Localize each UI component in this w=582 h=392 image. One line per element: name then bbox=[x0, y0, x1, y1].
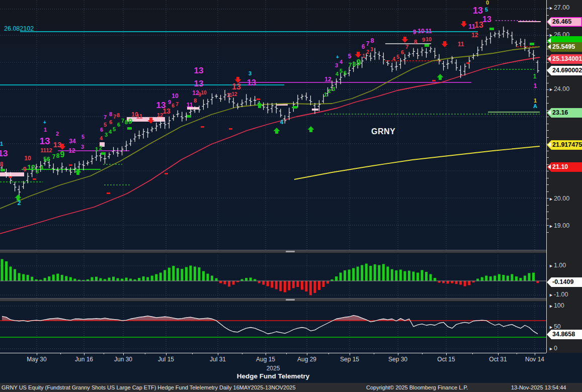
minor-tick bbox=[547, 29, 549, 29]
macd-histogram-bar bbox=[438, 281, 441, 283]
macd-histogram-bar bbox=[10, 267, 12, 281]
price-bar bbox=[528, 48, 531, 57]
macd-histogram-bar bbox=[528, 273, 530, 281]
count-annotation: + bbox=[43, 120, 46, 125]
count-annotation: 9 bbox=[168, 99, 171, 105]
minor-tick bbox=[547, 76, 549, 76]
tick-mark bbox=[218, 353, 218, 355]
count-annotation: 12 bbox=[471, 32, 478, 39]
count-annotation: 12 bbox=[324, 76, 331, 83]
tick-arrow-icon: ► bbox=[549, 346, 553, 351]
minor-tick bbox=[547, 171, 549, 171]
count-annotation: 3 bbox=[36, 168, 39, 174]
price-bar bbox=[421, 47, 424, 56]
macd-histogram-bar bbox=[189, 265, 192, 281]
tick-mark bbox=[498, 353, 498, 355]
count-annotation: 6 bbox=[109, 119, 112, 125]
price-bar bbox=[455, 59, 458, 70]
macd-histogram-bar bbox=[142, 276, 145, 281]
price-bar bbox=[536, 60, 539, 73]
tick-mark bbox=[123, 353, 124, 355]
count-annotation: 34 bbox=[69, 138, 76, 145]
badge-chevron-icon bbox=[548, 56, 551, 61]
price-bar bbox=[502, 27, 505, 38]
minor-tick bbox=[547, 219, 549, 219]
price-bar bbox=[249, 97, 252, 106]
macd-histogram-bar bbox=[155, 274, 157, 281]
macd-histogram-bar bbox=[44, 278, 46, 281]
count-annotation: 6 bbox=[344, 70, 347, 76]
macd-histogram-bar bbox=[129, 279, 132, 281]
count-annotation: 9 bbox=[413, 29, 417, 36]
minor-tick bbox=[547, 15, 549, 16]
macd-histogram-bar bbox=[391, 269, 393, 281]
macd-histogram-bar bbox=[181, 269, 183, 281]
axis-label: ►1.00 bbox=[549, 262, 566, 269]
count-annotation: 10 bbox=[418, 28, 425, 35]
macd-histogram-bar bbox=[172, 266, 175, 281]
macd-histogram-bar bbox=[378, 265, 380, 281]
count-annotation: 13 bbox=[194, 79, 204, 88]
price-bar bbox=[446, 59, 449, 69]
count-annotation: 11 bbox=[136, 113, 143, 120]
price-bar bbox=[52, 163, 55, 173]
macd-histogram-bar bbox=[202, 271, 205, 281]
sell-arrow-icon bbox=[355, 52, 362, 58]
panel-divider-handle[interactable] bbox=[286, 299, 295, 301]
macd-histogram-bar bbox=[27, 275, 29, 281]
price-bar bbox=[65, 167, 68, 172]
minor-tick bbox=[328, 353, 329, 354]
price-axis[interactable]: ►27.00►26.00►24.00►20.00►19.00►1.00►-1.0… bbox=[546, 0, 582, 353]
axis-label: ►20.00 bbox=[549, 195, 569, 202]
count-annotation: 7 bbox=[405, 44, 408, 50]
count-annotation: 9 bbox=[422, 37, 425, 43]
price-bar bbox=[56, 167, 59, 175]
macd-histogram-bar bbox=[228, 281, 230, 286]
chart-plot-svg: 113821091234+121313345311125678912124634… bbox=[0, 0, 546, 383]
count-annotation: 1 bbox=[44, 127, 47, 133]
price-bar bbox=[172, 115, 175, 121]
count-annotation: 7 bbox=[176, 102, 179, 107]
date-tick-label: Sep 15 bbox=[340, 356, 359, 363]
macd-histogram-bar bbox=[108, 277, 111, 281]
macd-histogram-bar bbox=[215, 278, 218, 281]
macd-histogram-bar bbox=[412, 271, 414, 281]
macd-histogram-bar bbox=[5, 261, 8, 281]
macd-histogram-bar bbox=[245, 278, 247, 281]
price-badge: 26.465 bbox=[547, 17, 582, 27]
status-security-description: GRNY US Equity (Fundstrat Granny Shots U… bbox=[2, 383, 296, 392]
tick-arrow-icon: ► bbox=[549, 325, 553, 330]
axis-label: ►100 bbox=[549, 302, 564, 309]
minor-tick bbox=[547, 8, 549, 9]
price-bar bbox=[138, 131, 141, 139]
td-flip-highlight bbox=[0, 172, 24, 176]
price-bar bbox=[451, 56, 454, 64]
macd-histogram-bar bbox=[309, 281, 312, 296]
count-annotation: 2 bbox=[366, 49, 369, 55]
macd-histogram-bar bbox=[224, 281, 226, 284]
macd-histogram-bar bbox=[292, 281, 295, 288]
macd-histogram-bar bbox=[352, 268, 355, 281]
tick-mark bbox=[446, 353, 447, 355]
count-annotation: 1 bbox=[324, 91, 327, 97]
price-bar bbox=[86, 160, 89, 165]
minor-tick bbox=[286, 353, 287, 354]
moving-average-yellow bbox=[294, 146, 540, 179]
macd-histogram-bar bbox=[219, 281, 222, 283]
status-bar: GRNY US Equity (Fundstrat Granny Shots U… bbox=[0, 383, 582, 392]
count-annotation: A bbox=[533, 103, 537, 109]
minor-tick bbox=[472, 353, 473, 354]
macd-histogram-bar bbox=[61, 275, 63, 281]
tick-arrow-icon: ► bbox=[549, 87, 553, 92]
panel-divider-handle[interactable] bbox=[286, 251, 295, 252]
macd-histogram-bar bbox=[481, 277, 483, 281]
price-bar bbox=[305, 92, 308, 101]
count-annotation: 8 bbox=[370, 37, 374, 44]
price-level-label: 26.082102 bbox=[4, 25, 34, 32]
price-badge: 21.10 bbox=[547, 162, 582, 172]
count-annotation: 5 bbox=[485, 7, 488, 13]
price-bar bbox=[519, 38, 522, 46]
price-bar bbox=[14, 182, 17, 191]
count-annotation: 1112 bbox=[40, 147, 52, 153]
badge-chevron-icon bbox=[548, 332, 551, 337]
